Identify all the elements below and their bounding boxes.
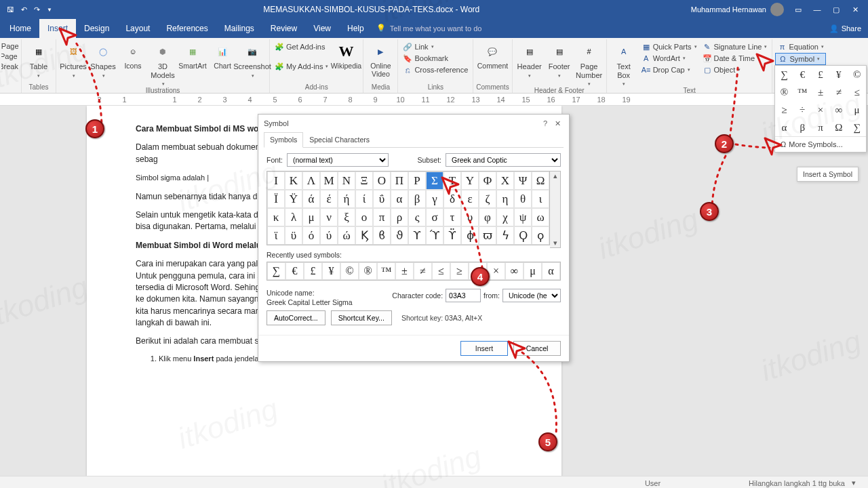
symbol-cell[interactable]: ϙ <box>532 226 549 245</box>
tab-symbols[interactable]: Symbols <box>264 132 303 148</box>
flyout-symbol-cell[interactable]: ≠ <box>829 83 848 101</box>
page-break-button[interactable]: Page Break <box>1 62 22 71</box>
symbol-cell[interactable]: ϓ <box>426 226 443 245</box>
symbol-cell[interactable]: Ν <box>338 171 355 190</box>
insert-button[interactable]: Insert <box>460 341 508 356</box>
symbol-cell[interactable]: π <box>373 208 391 226</box>
symbol-cell[interactable]: λ <box>285 208 302 226</box>
recent-symbol-cell[interactable]: × <box>487 262 505 280</box>
tab-help[interactable]: Help <box>339 19 372 38</box>
cross-reference-button[interactable]: ⎌Cross-reference <box>401 64 470 75</box>
tab-review[interactable]: Review <box>262 19 305 38</box>
from-select[interactable]: Unicode (hex) <box>502 289 561 302</box>
text-box-button[interactable]: AText Box▾ <box>610 41 638 87</box>
symbol-cell[interactable]: μ <box>302 208 320 226</box>
symbol-cell[interactable]: Κ <box>285 171 302 190</box>
symbol-cell[interactable]: Τ <box>443 171 461 190</box>
cover-page-button[interactable]: Cover Page▾ <box>1 41 22 51</box>
link-button[interactable]: 🔗Link▾ <box>401 41 470 52</box>
flyout-symbol-cell[interactable]: ∑ <box>848 119 866 136</box>
share-button[interactable]: 👤 Share <box>829 24 861 33</box>
symbol-cell[interactable]: Ξ <box>355 171 373 190</box>
flyout-symbol-cell[interactable]: ÷ <box>793 101 812 119</box>
flyout-symbol-cell[interactable]: π <box>812 119 830 136</box>
symbol-cell[interactable]: έ <box>320 190 338 208</box>
smartart-button[interactable]: ▦SmartArt <box>178 41 207 70</box>
character-code-input[interactable] <box>446 289 481 302</box>
close-icon[interactable]: ✕ <box>850 5 860 14</box>
symbol-cell[interactable]: ώ <box>338 226 355 245</box>
symbol-grid[interactable]: ΙΚΛΜΝΞΟΠΡΣΤΥΦΧΨΩΪΫάέήίΰαβγδεζηθικλμνξοπρ… <box>267 171 550 245</box>
recent-symbol-cell[interactable]: ™ <box>377 262 395 280</box>
qat-more-icon[interactable]: ▼ <box>47 7 52 13</box>
flyout-symbol-cell[interactable]: ∞ <box>829 101 848 119</box>
subset-select[interactable]: Greek and Coptic <box>446 153 561 167</box>
symbol-cell[interactable]: ϖ <box>479 226 496 245</box>
tab-layout[interactable]: Layout <box>117 19 158 38</box>
symbol-cell[interactable]: ϊ <box>267 226 285 245</box>
more-symbols-button[interactable]: Ω More Symbols... <box>775 136 866 152</box>
symbol-cell[interactable]: δ <box>443 190 461 208</box>
recent-symbol-cell[interactable]: ¥ <box>322 262 340 280</box>
symbol-cell[interactable]: ή <box>338 190 355 208</box>
tab-special-characters[interactable]: Special Characters <box>303 132 376 147</box>
table-button[interactable]: ▦Table▾ <box>24 41 53 79</box>
flyout-symbol-cell[interactable]: μ <box>848 101 866 119</box>
symbol-cell[interactable]: Χ <box>496 171 514 190</box>
dialog-help-icon[interactable]: ? <box>539 119 551 127</box>
minimize-icon[interactable]: — <box>812 5 822 14</box>
symbol-cell[interactable]: Φ <box>479 171 496 190</box>
recent-symbol-cell[interactable]: ≤ <box>432 262 450 280</box>
flyout-symbol-cell[interactable]: Ω <box>829 119 848 136</box>
symbol-cell[interactable]: φ <box>479 208 496 226</box>
symbol-cell[interactable]: ϟ <box>496 226 514 245</box>
symbol-cell[interactable]: Λ <box>302 171 320 190</box>
recent-symbol-cell[interactable]: € <box>285 262 304 280</box>
recent-symbol-cell[interactable]: ∑ <box>267 262 285 280</box>
symbol-cell[interactable]: Ϋ <box>285 190 302 208</box>
recent-symbol-cell[interactable]: ® <box>359 262 377 280</box>
symbol-cell[interactable]: Ο <box>373 171 391 190</box>
symbol-cell[interactable]: τ <box>443 208 461 226</box>
symbol-cell[interactable]: ζ <box>479 190 496 208</box>
maximize-icon[interactable]: ▢ <box>831 5 841 14</box>
header-button[interactable]: ▤Header▾ <box>515 41 544 79</box>
symbol-cell[interactable]: θ <box>514 190 532 208</box>
symbol-cell[interactable]: ί <box>355 190 373 208</box>
equation-button[interactable]: πEquation▾ <box>775 41 825 52</box>
bookmark-button[interactable]: 🔖Bookmark <box>401 53 470 64</box>
symbol-cell[interactable]: χ <box>496 208 514 226</box>
wikipedia-button[interactable]: WWikipedia <box>332 41 360 70</box>
recent-symbol-cell[interactable]: ≠ <box>414 262 432 280</box>
user-account[interactable]: Muhammad Hernawan <box>691 3 784 16</box>
symbol-cell[interactable]: Υ <box>461 171 479 190</box>
symbol-cell[interactable]: ψ <box>514 208 532 226</box>
flyout-symbol-cell[interactable]: ≥ <box>775 101 793 119</box>
flyout-symbol-cell[interactable]: ¥ <box>829 66 848 83</box>
tab-mailings[interactable]: Mailings <box>216 19 262 38</box>
symbol-cell[interactable]: Ϙ <box>514 226 532 245</box>
footer-button[interactable]: ▤Footer▾ <box>545 41 574 79</box>
symbol-cell[interactable]: ξ <box>338 208 355 226</box>
symbol-cell[interactable]: ϑ <box>391 226 408 245</box>
comment-button[interactable]: 💬Comment <box>478 41 507 70</box>
flyout-grid[interactable]: ∑€£¥©®™±≠≤≥÷×∞μαβπΩ∑ <box>775 66 866 136</box>
shortcut-key-button[interactable]: Shortcut Key... <box>331 310 392 325</box>
symbol-cell[interactable]: Π <box>391 171 408 190</box>
flyout-symbol-cell[interactable]: × <box>812 101 830 119</box>
tab-home[interactable]: Home <box>1 19 39 38</box>
recent-symbol-cell[interactable]: ≥ <box>450 262 469 280</box>
symbol-button[interactable]: ΩSymbol▾ <box>775 53 825 65</box>
symbol-cell[interactable]: Σ <box>426 171 443 190</box>
tab-references[interactable]: References <box>158 19 216 38</box>
flyout-symbol-cell[interactable]: ± <box>812 83 830 101</box>
flyout-symbol-cell[interactable]: ® <box>775 83 793 101</box>
symbol-cell[interactable]: ϔ <box>443 226 461 245</box>
signature-line-button[interactable]: ✎Signature Line▾ <box>701 41 770 52</box>
symbol-cell[interactable]: η <box>496 190 514 208</box>
object-button[interactable]: ▢Object▾ <box>701 64 770 75</box>
font-select[interactable]: (normal text) <box>287 153 389 167</box>
symbol-cell[interactable]: ϋ <box>285 226 302 245</box>
flyout-symbol-cell[interactable]: € <box>793 66 812 83</box>
online-video-button[interactable]: ▶Online Video <box>366 41 395 78</box>
